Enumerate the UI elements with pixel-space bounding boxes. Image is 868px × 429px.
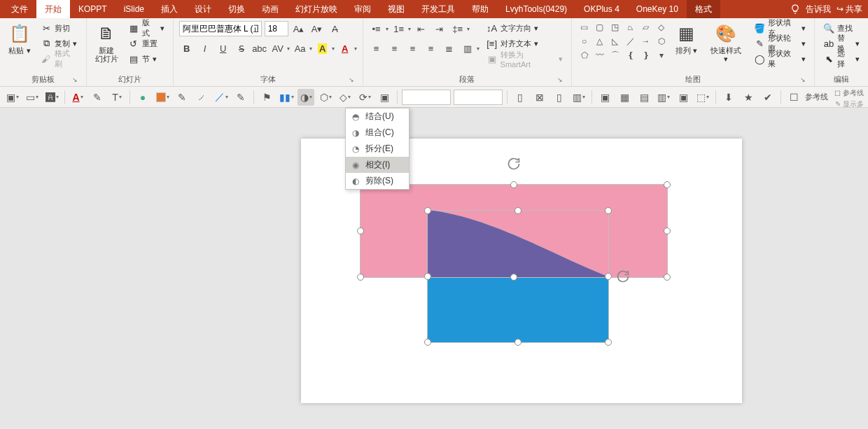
tb-eyedropper-icon[interactable]: ✎: [89, 89, 106, 106]
bold-button[interactable]: B: [179, 41, 195, 56]
tab-review[interactable]: 审阅: [346, 0, 379, 18]
shadow-button[interactable]: abc: [252, 41, 267, 56]
align-right-button[interactable]: ≡: [405, 41, 421, 56]
tb-chart-icon[interactable]: ▮▮: [278, 89, 295, 106]
arrange-button[interactable]: ▦ 排列 ▾: [673, 21, 701, 56]
menu-combine[interactable]: ◑组合(C): [346, 125, 409, 141]
tb-tool5-icon[interactable]: ▣: [675, 89, 692, 106]
shape-rectangle-icon[interactable]: ▭: [578, 21, 592, 34]
selection-box-2[interactable]: [427, 210, 609, 343]
clear-formatting-button[interactable]: A̶: [328, 21, 343, 36]
tb-align-right-icon[interactable]: ▯: [551, 89, 568, 106]
shape-rounded-rect-icon[interactable]: ▢: [593, 21, 607, 34]
tab-file[interactable]: 文件: [3, 0, 36, 18]
tab-home[interactable]: 开始: [36, 0, 70, 18]
menu-subtract[interactable]: ◐剪除(S): [346, 173, 409, 189]
align-center-button[interactable]: ≡: [387, 41, 402, 56]
tab-slideshow[interactable]: 幻灯片放映: [287, 0, 346, 18]
tb-layer-icon[interactable]: ▣: [4, 89, 21, 106]
tb-guides-toggle[interactable]: ☐: [785, 89, 802, 106]
shape-brace-icon[interactable]: ❴: [624, 49, 638, 62]
shape-arc-icon[interactable]: ⌒: [608, 49, 622, 62]
shape-snip-rect-icon[interactable]: ◳: [608, 21, 622, 34]
tb-edit-points-icon[interactable]: ◇: [337, 89, 354, 106]
shape-brace2-icon[interactable]: ❵: [639, 49, 653, 62]
tb-group-icon[interactable]: ▣: [376, 89, 393, 106]
tb-check-icon[interactable]: ✔: [760, 89, 776, 106]
tab-lvyhtools[interactable]: LvyhTools(0429): [497, 0, 575, 18]
tb-merge-shapes-icon[interactable]: ◑: [298, 89, 314, 106]
tb-textbox-icon[interactable]: 🅰: [43, 89, 60, 106]
tab-okplus[interactable]: OKPlus 4: [575, 0, 628, 18]
tellme-label[interactable]: 告诉我: [806, 3, 831, 15]
align-left-button[interactable]: ≡: [369, 41, 384, 56]
section-button[interactable]: ▤节 ▾: [125, 52, 167, 66]
tb-export-icon[interactable]: ⬇: [720, 89, 737, 106]
shape-diamond-icon[interactable]: ◇: [654, 21, 668, 34]
new-slide-button[interactable]: 🗎 新建 幻灯片: [92, 21, 121, 64]
distributed-button[interactable]: ≣: [442, 41, 457, 56]
shape-line-icon[interactable]: ／: [624, 35, 638, 48]
shape-triangle-icon[interactable]: △: [593, 35, 607, 48]
tb-textbox-frame-icon[interactable]: ▭: [24, 89, 41, 106]
rotate-handle-icon[interactable]: [616, 269, 630, 283]
char-spacing-button[interactable]: AV: [270, 41, 286, 56]
shape-right-triangle-icon[interactable]: ◺: [608, 35, 622, 48]
tb-anim-icon[interactable]: ★: [740, 89, 757, 106]
tab-design[interactable]: 设计: [186, 0, 220, 18]
numbering-button[interactable]: 1≡: [391, 21, 407, 36]
tb-tool3-icon[interactable]: ▤: [636, 89, 652, 106]
shape-more-icon[interactable]: ▾: [654, 49, 668, 62]
rotate-handle-icon[interactable]: [507, 157, 521, 171]
italic-button[interactable]: I: [197, 41, 213, 56]
reset-button[interactable]: ↺重置: [125, 36, 167, 50]
menu-union[interactable]: ◓结合(U): [346, 108, 409, 125]
dialog-launcher-icon[interactable]: ↘: [557, 76, 563, 83]
menu-intersect[interactable]: ◉相交(I): [346, 157, 409, 173]
tb-fontcolor-icon[interactable]: A: [69, 89, 86, 106]
shape-arrow-icon[interactable]: →: [639, 35, 653, 48]
tb-tool4-icon[interactable]: ▥: [655, 89, 672, 106]
font-size-combo[interactable]: [265, 21, 288, 36]
font-color-button[interactable]: A: [337, 41, 353, 56]
tb-tool2-icon[interactable]: ▦: [616, 89, 633, 106]
layout-button[interactable]: ▦版式 ▾: [125, 21, 167, 35]
change-case-button[interactable]: Aa: [293, 41, 308, 56]
tb-distribute-icon[interactable]: ▥: [570, 89, 587, 106]
quick-styles-button[interactable]: 🎨 快速样式 ▾: [705, 21, 748, 64]
share-button[interactable]: ↪ 共享: [836, 3, 862, 15]
font-name-combo[interactable]: [179, 21, 262, 36]
dialog-launcher-icon[interactable]: ↘: [349, 76, 354, 83]
justify-button[interactable]: ≡: [424, 41, 439, 56]
strikethrough-button[interactable]: S̶: [234, 41, 249, 56]
select-button[interactable]: ⬉选择 ▾: [820, 52, 862, 66]
shape-pentagon-icon[interactable]: ⬠: [578, 49, 592, 62]
text-direction-button[interactable]: ↕A文字方向 ▾: [484, 21, 566, 35]
tb-fill-icon[interactable]: [154, 89, 171, 106]
tb-flag-icon[interactable]: ⚑: [258, 89, 275, 106]
guides-note[interactable]: ☐ 参考线: [834, 88, 864, 98]
tb-boolean-icon[interactable]: ⬡: [317, 89, 334, 106]
line-spacing-button[interactable]: ‡≡: [450, 21, 465, 36]
shape-trapezoid-icon[interactable]: ⏢: [624, 21, 638, 34]
bullets-button[interactable]: •≡: [369, 21, 384, 36]
tb-circle-icon[interactable]: ●: [134, 89, 151, 106]
tab-help[interactable]: 帮助: [463, 0, 497, 18]
tb-fontsize-icon[interactable]: T: [108, 89, 125, 106]
tab-transitions[interactable]: 切换: [220, 0, 253, 18]
tb-align-center-icon[interactable]: ⊠: [531, 89, 548, 106]
shape-hexagon-icon[interactable]: ⬡: [654, 35, 668, 48]
decrease-indent-button[interactable]: ⇤: [414, 21, 429, 36]
tb-height-input[interactable]: [454, 90, 503, 105]
dialog-launcher-icon[interactable]: ↘: [800, 76, 806, 83]
align-text-button[interactable]: [≡]对齐文本 ▾: [484, 36, 566, 50]
tab-view[interactable]: 视图: [379, 0, 413, 18]
highlight-button[interactable]: A: [315, 41, 330, 56]
shapes-gallery[interactable]: ▭▢◳⏢▱◇ ○△◺／→⬡ ⬠〰⌒❴❵▾: [578, 21, 668, 62]
tb-picker-icon[interactable]: ⟋: [193, 89, 210, 106]
tab-devtools[interactable]: 开发工具: [413, 0, 463, 18]
tab-format[interactable]: 格式: [687, 0, 720, 18]
shape-parallelogram-icon[interactable]: ▱: [639, 21, 653, 34]
tb-tool1-icon[interactable]: ▣: [596, 89, 613, 106]
tb-eyedropper3-icon[interactable]: ✎: [232, 89, 249, 106]
